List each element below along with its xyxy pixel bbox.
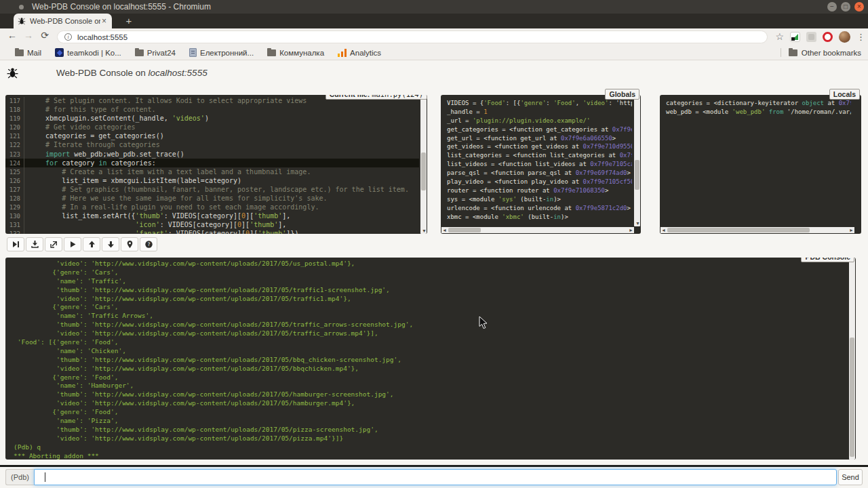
globals-line: get_videos = <function get_videos at 0x7… xyxy=(447,142,632,151)
console-line: 'video': 'http://www.vidsplay.com/wp-con… xyxy=(14,399,413,408)
profile-avatar[interactable] xyxy=(839,31,850,43)
window-titlebar: Web-PDB Console on localhost:5555 - Chro… xyxy=(0,0,868,14)
globals-line: xbmc = <module 'xbmc' (built-in)> xyxy=(447,213,632,222)
play-icon xyxy=(69,241,77,248)
code-line: 130 list_item.setArt({'thumb': VIDEOS[ca… xyxy=(5,211,419,220)
code-vertical-scrollbar[interactable]: ▼ xyxy=(420,95,427,234)
window-title: Web-PDB Console on localhost:5555 - Chro… xyxy=(32,2,211,12)
page-title: Web-PDB Console on localhost:5555 xyxy=(56,68,208,78)
bookmark-item[interactable]: Privat24 xyxy=(135,49,176,57)
maximize-button[interactable]: □ xyxy=(841,2,850,12)
tab-close-icon[interactable]: × xyxy=(100,16,108,26)
debug-toolbar: ? xyxy=(7,237,157,251)
code-line: 132 'fanart': VIDEOS[category][0]['thumb… xyxy=(5,229,419,234)
pdb-console-panel: PDB Console 'video': 'http://www.vidspla… xyxy=(5,258,856,460)
reload-button[interactable]: ⟳ xyxy=(38,30,52,41)
bookmark-label: Коммуналка xyxy=(279,49,324,57)
browser-menu-icon[interactable]: ⋮ xyxy=(856,32,865,42)
bookmark-label: Електронний... xyxy=(200,49,254,57)
step-out-icon xyxy=(50,241,58,248)
page-info-icon[interactable]: i xyxy=(64,33,72,41)
console-line: 'name': 'Chicken', xyxy=(14,347,413,356)
pdb-console-tag: PDB Console xyxy=(801,258,854,262)
console-line: 'video': 'http://www.vidsplay.com/wp-con… xyxy=(14,434,413,443)
code-scrollbar-thumb[interactable] xyxy=(421,152,426,190)
globals-line: get_categories = <function get_categorie… xyxy=(447,125,632,134)
text-caret xyxy=(45,472,45,482)
bookmarks-bar: Mail teamkodi | Ko... Privat24 Електронн… xyxy=(0,45,868,60)
extension-icon-red[interactable] xyxy=(823,32,833,42)
console-scrollbar-thumb[interactable] xyxy=(850,338,854,457)
code-line: 128 # Here we use the same image for all… xyxy=(5,194,419,203)
step-into-icon xyxy=(31,241,39,248)
globals-vertical-scrollbar[interactable]: ▼ xyxy=(634,95,640,226)
svg-text:?: ? xyxy=(147,241,151,247)
globals-line: list_videos = <function list_videos at 0… xyxy=(447,160,632,169)
send-button[interactable]: Send xyxy=(838,469,863,485)
question-icon: ? xyxy=(145,241,153,248)
new-tab-button[interactable]: + xyxy=(121,16,137,27)
continue-button[interactable] xyxy=(64,237,81,251)
next-button[interactable] xyxy=(7,237,24,251)
bookmark-item[interactable]: Коммуналка xyxy=(267,49,324,57)
globals-line: VIDEOS = {'Food': [{'genre': 'Food', 'vi… xyxy=(447,99,632,108)
bookmark-item[interactable]: Mail xyxy=(15,49,41,57)
globals-hscrollbar-thumb[interactable] xyxy=(448,228,481,232)
console-line: {'genre': 'Food', xyxy=(14,373,413,382)
code-line: 122 # Iterate through categories xyxy=(5,140,419,149)
up-button[interactable] xyxy=(83,237,100,251)
code-line: 124 for category in categories: xyxy=(5,159,419,167)
locals-horizontal-scrollbar[interactable]: ◄ ► xyxy=(660,227,854,233)
console-line: {'genre': 'Food', xyxy=(14,408,413,417)
url-text[interactable]: localhost:5555 xyxy=(77,33,127,41)
back-button[interactable]: ← xyxy=(5,30,19,41)
return-button[interactable] xyxy=(45,237,62,251)
bookmark-label: Mail xyxy=(27,49,41,57)
page-title-host: localhost:5555 xyxy=(149,68,208,78)
globals-lines: VIDEOS = {'Food': [{'genre': 'Food', 'vi… xyxy=(441,99,632,226)
down-button[interactable] xyxy=(102,237,119,251)
globals-line: urlencode = <function urlencode at 0x7f9… xyxy=(447,204,632,213)
bookmark-item[interactable]: teamkodi | Ko... xyxy=(55,48,121,57)
extension-icon-green[interactable] xyxy=(790,32,800,42)
other-bookmarks-button[interactable]: Other bookmarks xyxy=(789,49,861,57)
code-line: 120 # Get video categories xyxy=(5,123,419,131)
step-button[interactable] xyxy=(26,237,43,251)
bookmark-item[interactable]: Електронний... xyxy=(189,48,254,57)
folder-icon xyxy=(789,49,797,56)
browser-tab[interactable]: Web-PDB Console on loca × xyxy=(14,14,112,28)
globals-horizontal-scrollbar[interactable]: ◄ ► xyxy=(441,227,634,233)
close-window-button[interactable]: × xyxy=(854,2,864,12)
console-line: 'video': 'http://www.vidsplay.com/wp-con… xyxy=(14,260,413,268)
bookmark-item[interactable]: Analytics xyxy=(338,49,381,57)
tab-strip: Web-PDB Console on loca × + xyxy=(0,14,868,28)
help-button[interactable]: ? xyxy=(140,237,157,251)
forward-button[interactable]: → xyxy=(22,30,35,41)
console-line: 'thumb': 'http://www.vidsplay.com/wp-con… xyxy=(14,390,413,399)
minimize-button[interactable]: − xyxy=(827,2,837,12)
extension-icon-gray[interactable] xyxy=(806,32,816,42)
folder-icon xyxy=(15,49,24,56)
document-favicon-icon xyxy=(189,48,197,57)
webpdb-bug-icon xyxy=(7,67,18,79)
console-vertical-scrollbar[interactable] xyxy=(849,258,855,460)
console-line: 'thumb': 'http://www.vidsplay.com/wp-con… xyxy=(14,356,413,365)
locals-hscrollbar-thumb[interactable] xyxy=(667,228,810,232)
tab-title: Web-PDB Console on loca xyxy=(30,17,100,25)
step-forward-icon xyxy=(12,241,20,248)
globals-scrollbar-thumb[interactable] xyxy=(635,160,639,190)
code-line: 118 # for this type of content. xyxy=(5,105,419,114)
address-bar[interactable]: i localhost:5555 xyxy=(57,30,768,43)
pdb-command-input[interactable] xyxy=(34,469,837,485)
console-line: *** Aborting addon *** xyxy=(14,452,413,460)
code-lines: 117 # Set plugin content. It allows Kodi… xyxy=(5,96,419,234)
bookmark-star-icon[interactable]: ☆ xyxy=(775,31,784,42)
where-button[interactable] xyxy=(121,237,138,251)
console-bottom-rule xyxy=(0,465,868,467)
globals-line: get_url = <function get_url at 0x7f9e6a0… xyxy=(447,134,632,143)
bookmarks-divider xyxy=(781,48,781,57)
folder-icon xyxy=(135,49,144,56)
console-line: 'name': 'Traffic', xyxy=(14,277,413,286)
source-code-panel: Current file: main.py(124) 117 # Set plu… xyxy=(5,95,427,234)
bookmark-label: Privat24 xyxy=(147,49,176,57)
